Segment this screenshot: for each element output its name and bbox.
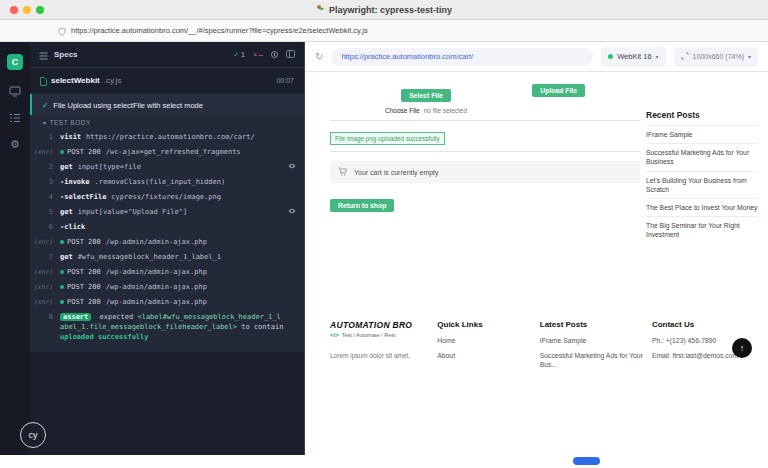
aut-panel: ↻ https://practice.automationbro.com/car… [305, 42, 768, 455]
recent-posts-list: IFrame SampleSuccessful Marketing Ads fo… [646, 125, 758, 243]
assert-middle: to contain [241, 323, 283, 331]
command-row[interactable]: 5 getinput[value="Upload File"] [34, 204, 298, 219]
bottom-blue-pill [573, 457, 600, 465]
recent-post-link[interactable]: IFrame Sample [646, 125, 758, 143]
check-icon: ✓ [233, 51, 239, 59]
caret-down-icon: ▾ [43, 120, 47, 126]
command-row[interactable]: 2 getinput[type=file [34, 159, 298, 174]
quick-links-list: HomeAbout [437, 336, 533, 360]
macos-titlebar: Playwright: cypress-test-tiny [0, 0, 768, 20]
code-icon: </> [330, 332, 339, 338]
scroll-to-top-button[interactable]: ↑ [732, 338, 752, 358]
cypress-logo[interactable]: C [7, 54, 23, 70]
command-row-assert[interactable]: 8 assert expected <label#wfu_messagebloc… [34, 309, 298, 344]
footer-latest-posts-column: Latest Posts IFrame SampleSuccessful Mar… [540, 320, 646, 375]
brand-tagline: Test / Automate / Rest [342, 332, 396, 338]
zoom-window-button[interactable] [36, 6, 44, 14]
playwright-icon [316, 4, 325, 15]
footer-brand-column: AUTOMATION BRO </> Test / Automate / Res… [330, 320, 431, 375]
command-row[interactable]: 7 get#wfu_messageblock_header_1_label_1 [34, 249, 298, 264]
pending-clock-icon [271, 51, 278, 58]
recent-post-link[interactable]: The Big Seminar for Your Right Investmen… [646, 216, 758, 243]
window-title-area: Playwright: cypress-test-tiny [316, 4, 452, 15]
file-input[interactable]: Choose Fileno file selected [385, 107, 467, 114]
spec-extension: .cy.js [104, 76, 122, 85]
eye-icon[interactable] [288, 207, 296, 217]
minimize-window-button[interactable] [23, 6, 31, 14]
assert-expected: expected [100, 313, 134, 321]
x-icon: × [253, 51, 257, 58]
test-stats: ✓1 ×– [233, 50, 295, 59]
aut-url-field[interactable]: https://practice.automationbro.com/cart/ [331, 48, 593, 66]
window-title: Playwright: cypress-test-tiny [329, 5, 452, 15]
xhr-status-dot [60, 285, 64, 289]
reporter-filler [30, 352, 304, 455]
assert-value: uploaded successfully [60, 333, 149, 341]
quick-link[interactable]: Home [437, 336, 533, 346]
eye-icon[interactable] [288, 162, 296, 172]
specs-menu-icon[interactable] [39, 46, 48, 64]
command-list: 1 visithttps://practice.automationbro.co… [34, 129, 298, 309]
xhr-status-dot [60, 300, 64, 304]
main-area: C ⚙ Specs ✓1 ×– selectWebkit .cy.js [0, 42, 768, 455]
latest-post-link[interactable]: IFrame Sample [540, 336, 646, 346]
return-to-shop-button[interactable]: Return to shop [330, 199, 394, 212]
address-url[interactable]: https://practice.automationbro.com/__/#/… [71, 26, 368, 35]
brand-logo: AUTOMATION BRO [330, 320, 431, 330]
xhr-status-dot [60, 240, 64, 244]
settings-gear-icon[interactable]: ⚙ [10, 139, 20, 150]
upload-file-button[interactable]: Upload File [532, 84, 585, 97]
upload-success-message: File image.png uploaded successfully [330, 132, 445, 145]
latest-posts-list: IFrame SampleSuccessful Marketing Ads fo… [540, 336, 646, 370]
browser-selector[interactable]: WebKit 16 ▾ [601, 47, 665, 67]
command-row[interactable]: 1 visithttps://practice.automationbro.co… [34, 129, 298, 144]
no-file-text: no file selected [424, 107, 467, 114]
refresh-icon[interactable]: ↻ [315, 51, 323, 62]
aut-header: ↻ https://practice.automationbro.com/car… [305, 42, 768, 72]
command-log: 1 visithttps://practice.automationbro.co… [30, 127, 304, 352]
latest-post-link[interactable]: Successful Marketing Ads for Your Bus... [540, 351, 646, 370]
checklist-icon[interactable] [9, 113, 21, 123]
recent-post-link[interactable]: Successful Marketing Ads for Your Busine… [646, 143, 758, 170]
command-row[interactable]: 4 -selectFilecypress/fixtures/image.png [34, 189, 298, 204]
spec-duration: 00:07 [276, 77, 294, 84]
viewport-size-selector[interactable]: 1000x660 (74%) ▾ [674, 47, 758, 67]
quick-link[interactable]: About [437, 351, 533, 361]
quick-links-title: Quick Links [437, 320, 533, 329]
command-row[interactable]: 3 -invoke.removeClass(file_input_hidden) [34, 174, 298, 189]
recent-post-link[interactable]: Let's Building Your Business from Scratc… [646, 171, 758, 198]
chevron-down-icon: ▾ [748, 53, 751, 60]
spec-file-icon [40, 72, 47, 90]
browser-icon[interactable] [9, 86, 21, 97]
command-row[interactable]: (xhr) POST 200/wp-admin/admin-ajax.php [34, 294, 298, 309]
empty-cart-text: Your cart is currently empty [354, 169, 439, 176]
browser-status-dot [608, 54, 613, 59]
spec-name: selectWebkit [51, 76, 100, 85]
recent-post-link[interactable]: The Best Place to Invest Your Money [646, 198, 758, 216]
close-window-button[interactable] [10, 6, 18, 14]
footer-lorem-text: Lorem ipsum dolor sit amet, [330, 352, 431, 359]
test-body-toggle[interactable]: ▾TEST BODY [30, 115, 304, 127]
cypress-cy-logo[interactable]: cy [20, 422, 46, 448]
specs-label: Specs [54, 50, 78, 59]
empty-cart-notice: Your cart is currently empty [330, 161, 640, 183]
app-window: Playwright: cypress-test-tiny https://pr… [0, 0, 768, 468]
test-title: File Upload using selectFile with select… [53, 101, 203, 110]
choose-file-label[interactable]: Choose File [385, 107, 420, 114]
select-file-button[interactable]: Select File [401, 89, 451, 102]
collapse-panel-icon[interactable] [286, 50, 295, 59]
shield-icon [58, 22, 66, 40]
command-row[interactable]: (xhr) POST 200/wp-admin/admin-ajax.php [34, 279, 298, 294]
command-row[interactable]: (xhr) POST 200/wc-ajax=get_refreshed_fra… [34, 144, 298, 159]
command-row[interactable]: (xhr) POST 200/wp-admin/admin-ajax.php [34, 234, 298, 249]
command-row[interactable]: 6 -click [34, 219, 298, 234]
passed-stat: ✓1 [233, 51, 245, 59]
cart-content: Select File Choose Fileno file selected … [330, 84, 640, 243]
test-title-row[interactable]: ✓ File Upload using selectFile with sele… [30, 94, 304, 115]
recent-posts-widget: Recent Posts IFrame SampleSuccessful Mar… [646, 84, 758, 243]
file-upload-row: Select File Choose Fileno file selected … [330, 84, 640, 121]
browser-address-bar: https://practice.automationbro.com/__/#/… [0, 20, 768, 42]
command-row[interactable]: (xhr) POST 200/wp-admin/admin-ajax.php [34, 264, 298, 279]
spec-file-row[interactable]: selectWebkit .cy.js 00:07 [30, 68, 304, 94]
cypress-reporter: Specs ✓1 ×– selectWebkit .cy.js 00:07 ✓ … [30, 42, 305, 455]
